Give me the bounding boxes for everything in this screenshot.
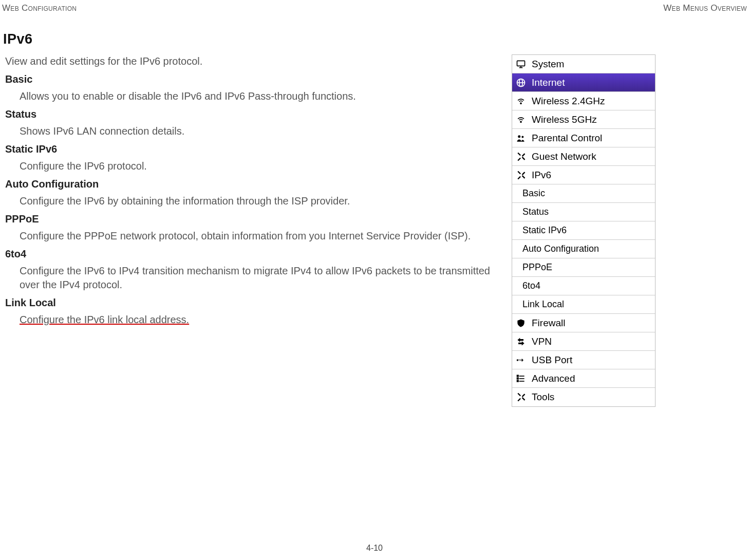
linklocal-desc: Configure the IPv6 link local address. (20, 313, 490, 327)
svg-point-6 (520, 103, 521, 104)
auto-desc: Configure the IPv6 by obtaining the info… (20, 194, 490, 208)
menu-label: VPN (532, 336, 552, 347)
menu-label: Basic (522, 188, 545, 199)
submenu-status[interactable]: Status (512, 203, 655, 221)
static-heading: Static IPv6 (5, 142, 490, 156)
menu-label: Firewall (532, 318, 565, 329)
menu-item-usb[interactable]: USB Port (512, 351, 655, 369)
menu-item-internet[interactable]: Internet (512, 73, 655, 92)
menu-label: Advanced (532, 373, 575, 384)
tools-icon (515, 391, 527, 403)
menu-label: USB Port (532, 354, 572, 366)
nav-menu: System Internet Wireless 2.4GHz Wireless… (512, 54, 656, 407)
users-icon (515, 133, 527, 144)
tools-icon (515, 170, 527, 181)
menu-item-guest[interactable]: Guest Network (512, 147, 655, 166)
menu-label: Wireless 5GHz (532, 114, 597, 125)
svg-point-7 (520, 121, 521, 122)
status-heading: Status (5, 107, 490, 121)
submenu-auto[interactable]: Auto Configuration (512, 240, 655, 258)
list-icon (515, 373, 527, 384)
static-desc: Configure the IPv6 protocol. (20, 159, 490, 173)
shield-icon (515, 318, 527, 329)
arrows-icon (515, 336, 527, 347)
submenu-6to4[interactable]: 6to4 (512, 277, 655, 295)
submenu-basic[interactable]: Basic (512, 184, 655, 203)
status-desc: Shows IPv6 LAN connection details. (20, 124, 490, 138)
menu-item-wireless-5[interactable]: Wireless 5GHz (512, 110, 655, 129)
basic-desc: Allows you to enable or disable the IPv6… (20, 89, 490, 103)
auto-heading: Auto Configuration (5, 177, 490, 191)
menu-label: IPv6 (532, 170, 551, 181)
svg-rect-14 (517, 375, 519, 377)
svg-rect-15 (517, 378, 519, 379)
linklocal-heading: Link Local (5, 296, 490, 310)
pppoe-desc: Configure the PPPoE network protocol, ob… (20, 229, 490, 243)
menu-label: Wireless 2.4GHz (532, 96, 605, 107)
usb-icon (515, 354, 527, 366)
menu-item-ipv6[interactable]: IPv6 (512, 166, 655, 184)
page-number: 4-10 (0, 544, 749, 553)
menu-label: 6to4 (522, 281, 540, 291)
monitor-icon (515, 59, 527, 70)
tools-icon (515, 151, 527, 162)
menu-label: Link Local (522, 299, 564, 310)
menu-item-advanced[interactable]: Advanced (512, 369, 655, 388)
menu-item-parental[interactable]: Parental Control (512, 129, 655, 147)
intro-text: View and edit settings for the IPv6 prot… (5, 54, 490, 68)
menu-label: Tools (532, 391, 554, 403)
menu-item-tools[interactable]: Tools (512, 388, 655, 406)
header-right: Web Menus Overview (663, 3, 747, 13)
svg-point-8 (518, 135, 520, 138)
menu-label: Status (522, 207, 549, 217)
svg-point-10 (517, 359, 518, 361)
menu-item-system[interactable]: System (512, 55, 655, 73)
globe-icon (515, 77, 527, 88)
basic-heading: Basic (5, 72, 490, 86)
page-title: IPv6 (3, 31, 749, 47)
menu-label: Static IPv6 (522, 225, 567, 236)
svg-point-9 (521, 136, 523, 138)
menu-label: Internet (532, 77, 565, 88)
submenu-pppoe[interactable]: PPPoE (512, 258, 655, 277)
menu-label: Guest Network (532, 151, 596, 162)
menu-label: Auto Configuration (522, 244, 599, 254)
6to4-heading: 6to4 (5, 247, 490, 261)
6to4-desc: Configure the IPv6 to IPv4 transition me… (20, 264, 490, 292)
header-left: Web Configuration (2, 3, 77, 13)
menu-label: System (532, 59, 564, 70)
menu-item-wireless-24[interactable]: Wireless 2.4GHz (512, 92, 655, 110)
wifi-icon (515, 114, 527, 125)
submenu-static[interactable]: Static IPv6 (512, 221, 655, 240)
menu-label: PPPoE (522, 262, 552, 273)
svg-rect-0 (517, 61, 525, 66)
menu-item-vpn[interactable]: VPN (512, 332, 655, 351)
page-header: Web Configuration Web Menus Overview (0, 0, 749, 13)
menu-item-firewall[interactable]: Firewall (512, 314, 655, 332)
text-column: View and edit settings for the IPv6 prot… (5, 54, 498, 331)
submenu-linklocal[interactable]: Link Local (512, 295, 655, 314)
menu-label: Parental Control (532, 133, 602, 144)
pppoe-heading: PPPoE (5, 212, 490, 226)
wifi-icon (515, 96, 527, 107)
svg-rect-16 (517, 380, 519, 382)
